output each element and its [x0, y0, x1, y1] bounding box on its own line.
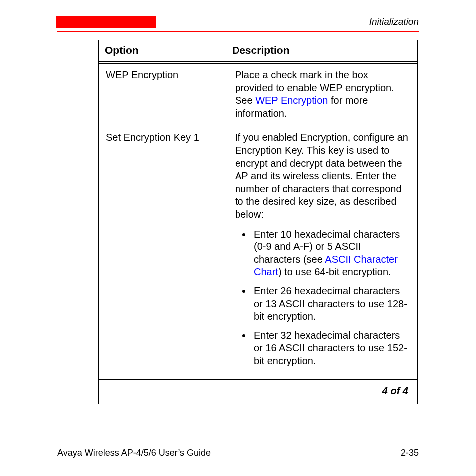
table-row: Set Encryption Key 1 If you enabled Encr…	[99, 126, 418, 380]
header-divider	[57, 31, 419, 32]
list-item: Enter 10 hexadecimal characters (0-9 and…	[252, 228, 408, 279]
list-item: Enter 32 hexadecimal characters or 16 AS…	[252, 329, 408, 368]
options-table: Option Description WEP Encryption Place …	[98, 40, 418, 404]
bullet-text: Enter 26 hexadecimal characters or 13 AS…	[254, 285, 407, 322]
description-cell: Place a check mark in the box provided t…	[226, 64, 418, 126]
page-header: Initialization	[57, 15, 419, 29]
footer-page-number: 2-35	[401, 448, 419, 458]
col-header-description: Description	[226, 40, 418, 62]
table-header-row: Option Description	[99, 40, 418, 62]
bullet-text: ) to use 64-bit encryption.	[278, 266, 391, 277]
page-count: 4 of 4	[99, 380, 418, 404]
bullet-text: Enter 32 hexadecimal characters or 16 AS…	[254, 330, 407, 366]
option-cell: Set Encryption Key 1	[99, 126, 226, 380]
options-table-wrap: Option Description WEP Encryption Place …	[98, 40, 418, 404]
table-row: WEP Encryption Place a check mark in the…	[99, 64, 418, 126]
key-size-list: Enter 10 hexadecimal characters (0-9 and…	[235, 228, 408, 368]
description-cell: If you enabled Encryption, configure an …	[226, 126, 418, 380]
document-page: Initialization Option Description WEP En…	[0, 0, 476, 476]
footer-doc-title: Avaya Wireless AP-4/5/6 User’s Guide	[57, 448, 211, 458]
intro-text: If you enabled Encryption, configure an …	[235, 131, 408, 221]
col-header-option: Option	[99, 40, 226, 62]
page-count-row: 4 of 4	[99, 380, 418, 404]
list-item: Enter 26 hexadecimal characters or 13 AS…	[252, 285, 408, 323]
section-title: Initialization	[369, 16, 419, 27]
option-cell: WEP Encryption	[99, 64, 226, 126]
page-footer: Avaya Wireless AP-4/5/6 User’s Guide 2-3…	[57, 448, 419, 458]
brand-block	[56, 16, 156, 28]
wep-encryption-link[interactable]: WEP Encryption	[255, 95, 328, 106]
